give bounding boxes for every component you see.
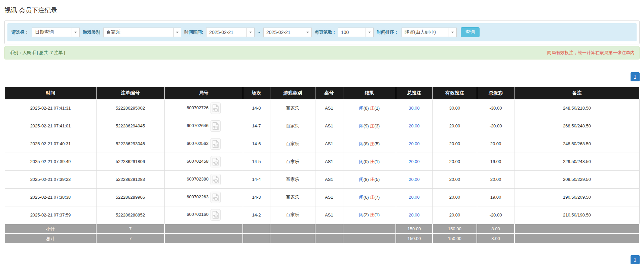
game-type: 百家乐	[270, 170, 315, 188]
table-number: AS1	[315, 135, 343, 153]
result-cell: 闲(6) 庄(7)	[343, 188, 396, 206]
video-replay-button[interactable]	[211, 209, 221, 221]
total-bet-link[interactable]: 20.00	[409, 195, 420, 200]
banker-score: (5)	[374, 177, 380, 182]
banker-label: 庄	[370, 159, 374, 164]
round-number: 600702458	[187, 159, 209, 164]
chevron-down-icon[interactable]	[173, 28, 181, 37]
player-label: 闲	[359, 159, 364, 164]
round-number: 600702646	[187, 123, 209, 128]
date-from-input[interactable]	[206, 28, 247, 37]
round-cell: 600702562	[164, 135, 243, 153]
page-1-button[interactable]: 1	[631, 255, 640, 264]
video-replay-button[interactable]	[211, 156, 221, 167]
table-header-row: 时间 注单编号 局号 场次 游戏类别 桌号 结果 总投注 有效投注 总派彩 备注	[5, 87, 639, 99]
date-range-label: 时间区间:	[184, 29, 203, 35]
video-replay-icon	[212, 211, 219, 219]
video-replay-icon	[212, 158, 219, 166]
payout-cell: -20.00	[477, 117, 515, 135]
chevron-down-icon[interactable]	[304, 28, 312, 37]
bet-time: 2025-02-21 07:41:31	[5, 99, 96, 117]
video-replay-icon	[212, 175, 219, 184]
bet-time: 2025-02-21 07:39:23	[5, 170, 96, 188]
sort-order-input[interactable]	[402, 28, 449, 37]
table-number: AS1	[315, 153, 343, 170]
payout-cell: -30.00	[477, 99, 515, 117]
chevron-down-icon[interactable]	[366, 28, 374, 37]
result-cell: 闲(8) 庄(5)	[343, 170, 396, 188]
note-cell: 229.50/248.50	[515, 153, 639, 170]
table-number: AS1	[315, 117, 343, 135]
round-cell: 600702160	[164, 206, 243, 224]
result-cell: 闲(0) 庄(1)	[343, 153, 396, 170]
total-bet-link[interactable]: 20.00	[409, 177, 420, 182]
total-bet-cell: 20.00	[396, 117, 432, 135]
select-label: 请选择：	[11, 29, 29, 35]
date-to-input[interactable]	[263, 28, 304, 37]
table-number: AS1	[315, 170, 343, 188]
page-1-button[interactable]: 1	[631, 72, 640, 81]
date-from-combobox[interactable]	[206, 28, 255, 37]
query-type-input[interactable]	[32, 28, 72, 37]
date-to-combobox[interactable]	[263, 28, 312, 37]
query-type-combobox[interactable]	[32, 28, 80, 37]
game-type: 百家乐	[270, 153, 315, 170]
round-number: 600702562	[187, 141, 209, 146]
total-bet-link[interactable]: 20.00	[409, 212, 420, 218]
chevron-down-icon[interactable]	[247, 28, 255, 37]
total-bet-cell: 30.00	[396, 99, 432, 117]
session: 14-3	[243, 188, 270, 206]
chevron-down-icon[interactable]	[449, 28, 457, 37]
sort-order-combobox[interactable]	[402, 28, 457, 37]
note-cell: 248.50/218.50	[515, 99, 639, 117]
game-type: 百家乐	[270, 206, 315, 224]
table-row: 2025-02-21 07:37:59 522286288852 6007021…	[5, 206, 639, 224]
bet-number: 522286295002	[96, 99, 164, 117]
page-size-input[interactable]	[338, 28, 366, 37]
valid-bet: 20.00	[432, 206, 477, 224]
subtotal-payout: 8.00	[477, 224, 515, 234]
header-round-number: 局号	[164, 87, 243, 99]
session: 14-6	[243, 135, 270, 153]
video-replay-button[interactable]	[211, 138, 221, 150]
game-type-label: 游戏类别	[83, 29, 100, 35]
note-cell: 190.50/209.50	[515, 188, 639, 206]
total-bet-link[interactable]: 20.00	[409, 159, 420, 164]
result-cell: 闲(9) 庄(3)	[343, 117, 396, 135]
valid-bet: 30.00	[432, 99, 477, 117]
video-replay-button[interactable]	[211, 103, 221, 114]
total-bet-link[interactable]: 20.00	[409, 123, 420, 128]
valid-bet: 20.00	[432, 153, 477, 170]
game-type-combobox[interactable]	[103, 28, 181, 37]
video-replay-button[interactable]	[211, 174, 221, 185]
round-number: 600702726	[187, 105, 209, 110]
chevron-down-icon[interactable]	[72, 28, 80, 37]
grand-total-valid-bet: 150.00	[432, 234, 477, 243]
header-note: 备注	[515, 87, 639, 99]
video-replay-button[interactable]	[211, 120, 221, 132]
note-cell: 248.50/268.50	[515, 135, 639, 153]
bet-number: 522286288852	[96, 206, 164, 224]
note-cell: 209.50/229.50	[515, 170, 639, 188]
game-type-input[interactable]	[103, 28, 173, 37]
date-range-separator: ~	[258, 30, 260, 35]
header-session: 场次	[243, 87, 270, 99]
note-cell: 210.50/190.50	[515, 206, 639, 224]
player-score: (6)	[364, 195, 369, 200]
pagination-top: 1	[4, 72, 640, 81]
total-bet-link[interactable]: 30.00	[409, 106, 420, 111]
result-cell: 闲(8) 庄(1)	[343, 99, 396, 117]
notice-text: 同局有效投注，统一计算在该局第一张注单内	[547, 50, 635, 56]
total-bet-link[interactable]: 20.00	[409, 141, 420, 146]
session: 14-5	[243, 153, 270, 170]
page-size-combobox[interactable]	[338, 28, 374, 37]
video-replay-button[interactable]	[211, 192, 221, 203]
search-button[interactable]: 查询	[461, 27, 480, 37]
banker-label: 庄	[370, 106, 374, 111]
round-cell: 600702263	[164, 188, 243, 206]
filter-panel: 请选择： 游戏类别 时间区间: ~ 每页笔数 : 时间排序：	[4, 20, 640, 44]
round-number: 600702263	[187, 194, 209, 199]
banker-score: (5)	[374, 141, 380, 146]
session: 14-4	[243, 170, 270, 188]
game-type: 百家乐	[270, 99, 315, 117]
